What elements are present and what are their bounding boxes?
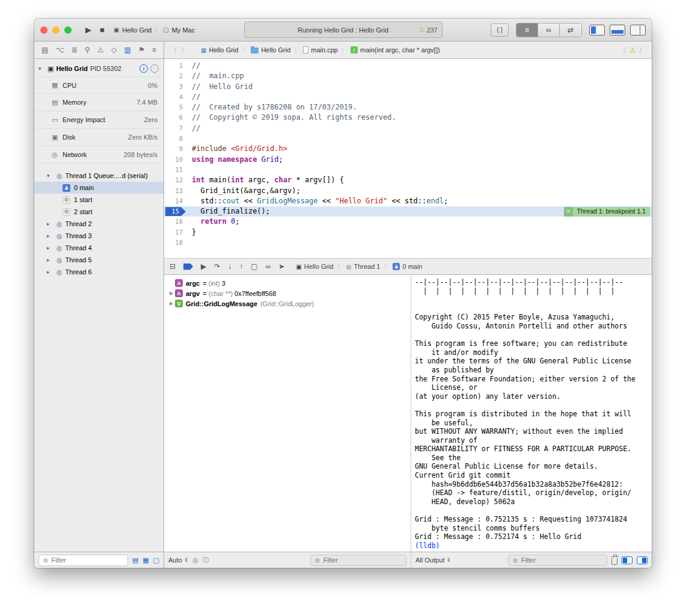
project-navigator-icon[interactable]: ▤ xyxy=(41,46,48,54)
breakpoint-navigator-icon[interactable]: ⚑ xyxy=(138,46,145,54)
pause-process-button[interactable]: ‖ xyxy=(139,64,148,73)
run-button[interactable]: ▶ xyxy=(85,25,91,34)
info-icon[interactable]: ⓘ xyxy=(203,556,209,565)
line-number-gutter[interactable]: 12 xyxy=(164,175,187,185)
disclosure-icon[interactable]: ▸ xyxy=(47,269,54,275)
crumb-group[interactable]: Hello Grid xyxy=(251,46,290,54)
breakpoint-annotation[interactable]: ≡Thread 1: breakpoint 1.1 xyxy=(564,207,650,217)
disclosure-open-icon[interactable]: ▾ xyxy=(38,66,45,72)
previous-issue-button[interactable]: 〈 xyxy=(619,46,626,55)
line-number-gutter[interactable]: 11 xyxy=(164,165,187,175)
view-by-queue-button[interactable]: ▦ xyxy=(142,556,149,564)
continue-icon[interactable]: ▶ xyxy=(201,262,206,271)
close-window-button[interactable] xyxy=(40,26,47,34)
toggle-debug-area-button[interactable] xyxy=(610,25,625,35)
test-navigator-icon[interactable]: ◇ xyxy=(111,46,117,54)
crumb-project[interactable]: ▦Hello Grid xyxy=(201,46,238,54)
gauge-row-disk[interactable]: ▣DiskZero KB/s xyxy=(34,129,164,146)
crumb-app[interactable]: ▣Hello Grid xyxy=(296,263,333,270)
line-number-gutter[interactable]: 1 xyxy=(164,61,187,71)
console-filter-input[interactable] xyxy=(521,556,604,564)
variable-row[interactable]: ▶Aargv =(char **)0x7ffeefbff568 xyxy=(164,288,411,298)
console-output-popup[interactable]: All Output ⇕ xyxy=(415,556,451,564)
hide-debug-area-icon[interactable]: ⊟ xyxy=(170,262,176,271)
disclosure-icon[interactable]: ▸ xyxy=(47,257,54,263)
debug-navigator-icon[interactable]: ▥ xyxy=(124,46,130,54)
navigator-filter-input[interactable] xyxy=(52,556,124,564)
stack-frame-row[interactable]: ⚙2 start xyxy=(34,206,164,218)
gauge-row-cpu[interactable]: ▦CPU0% xyxy=(34,76,164,94)
source-control-navigator-icon[interactable]: ⌥ xyxy=(56,46,64,54)
simulate-location-icon[interactable]: ➤ xyxy=(278,262,284,271)
line-number-gutter[interactable]: 3 xyxy=(164,82,187,92)
step-into-icon[interactable]: ↓ xyxy=(228,262,231,271)
find-navigator-icon[interactable]: ⚲ xyxy=(85,46,90,54)
step-over-icon[interactable]: ↷ xyxy=(214,262,220,271)
thread-row[interactable]: ▾◍Thread 1 Queue:…d (serial) xyxy=(34,170,164,182)
stack-frame-row[interactable]: ♟0 main xyxy=(34,182,164,194)
thread-row[interactable]: ▸◍Thread 2 xyxy=(34,218,164,230)
console-output[interactable]: --|--|--|--|--|--|--|--|--|--|--|--|--|-… xyxy=(411,275,652,552)
show-variables-view-button[interactable] xyxy=(622,556,632,564)
source-editor[interactable]: 1//2// main.cpp3// Hello Grid4//5// Crea… xyxy=(164,59,652,258)
history-back-forward[interactable]: 〈 〉 xyxy=(170,46,189,55)
navigator-filter-field[interactable]: ⊜ xyxy=(38,555,128,566)
clear-console-button[interactable] xyxy=(611,558,617,565)
stop-button[interactable]: ■ xyxy=(100,25,105,34)
disclosure-icon[interactable]: ▸ xyxy=(47,245,54,251)
line-number-gutter[interactable]: 8 xyxy=(164,134,187,144)
view-by-thread-button[interactable]: ▤ xyxy=(132,556,138,564)
step-out-icon[interactable]: ↑ xyxy=(239,262,243,271)
line-number-gutter[interactable]: 5 xyxy=(164,102,187,112)
crumb-file[interactable]: main.cpp xyxy=(303,46,338,54)
breakpoint-marker[interactable]: 15 xyxy=(165,207,186,216)
console-filter-field[interactable]: ⊜ xyxy=(508,555,607,566)
filter-frames-button[interactable]: ▢ xyxy=(153,556,159,564)
back-icon[interactable]: 〈 xyxy=(170,46,178,54)
symbol-navigator-icon[interactable]: ≣ xyxy=(72,46,78,54)
assistant-editor-button[interactable]: ∞ xyxy=(538,23,560,37)
thread-row[interactable]: ▸◍Thread 6 xyxy=(34,266,164,278)
quicklook-icon[interactable]: ◎ xyxy=(192,556,198,564)
line-number-gutter[interactable]: 2 xyxy=(164,71,187,81)
standard-editor-button[interactable]: ≡ xyxy=(516,23,538,37)
version-editor-button[interactable]: ⇄ xyxy=(560,23,581,37)
issue-navigator-icon[interactable]: ⚠ xyxy=(97,46,104,54)
code-snippet-button[interactable]: { } xyxy=(491,23,509,37)
show-console-view-button[interactable] xyxy=(637,556,648,564)
thread-row[interactable]: ▸◍Thread 4 xyxy=(34,242,164,254)
disclosure-icon[interactable]: ▸ xyxy=(47,221,54,227)
variables-filter-input[interactable] xyxy=(323,556,403,564)
report-navigator-icon[interactable]: ≡ xyxy=(152,46,156,54)
gauge-row-energy-impact[interactable]: ▭Energy ImpactZero xyxy=(34,111,164,129)
line-number-gutter[interactable]: 10 xyxy=(164,155,187,165)
issue-count[interactable]: ⚠ 237 xyxy=(419,22,437,37)
gauge-row-network[interactable]: ◎Network208 bytes/s xyxy=(34,146,164,164)
scheme-selector[interactable]: ▣ Hello Grid 〉 ▢ My Mac xyxy=(114,26,195,34)
crumb-symbol[interactable]: ƒmain(int argc, char * argv[]) xyxy=(351,46,440,54)
crumb-frame[interactable]: ♟0 main xyxy=(393,263,422,270)
disclosure-closed-icon[interactable]: ▶ xyxy=(168,301,175,306)
line-number-gutter[interactable]: 18 xyxy=(164,238,187,248)
gauge-row-memory[interactable]: ▤Memory7.4 MB xyxy=(34,94,164,111)
process-row[interactable]: ▾ ▣ Hello Grid PID 55302 ‖ ⋯ xyxy=(34,61,164,76)
variables-filter-field[interactable]: ⊜ xyxy=(310,555,406,566)
variable-row[interactable]: ▶VGrid::GridLogMessage(Grid::GridLogger) xyxy=(164,298,411,309)
disclosure-icon[interactable]: ▸ xyxy=(47,233,54,239)
line-number-gutter[interactable]: 7 xyxy=(164,123,187,134)
thread-row[interactable]: ▸◍Thread 5 xyxy=(34,254,164,266)
line-number-gutter[interactable]: 9 xyxy=(164,144,187,154)
line-number-gutter[interactable]: 15 xyxy=(164,206,187,217)
variable-scope-popup[interactable]: Auto ⇕ xyxy=(168,556,188,564)
line-number-gutter[interactable]: 17 xyxy=(164,227,187,238)
next-issue-button[interactable]: 〉 xyxy=(639,46,646,55)
zoom-window-button[interactable] xyxy=(64,26,72,34)
crumb-thread[interactable]: ◍Thread 1 xyxy=(346,263,381,270)
thread-row[interactable]: ▸◍Thread 3 xyxy=(34,230,164,242)
line-number-gutter[interactable]: 16 xyxy=(164,217,187,227)
activate-breakpoints-icon[interactable] xyxy=(183,263,193,270)
stack-frame-row[interactable]: ⚙1 start xyxy=(34,194,164,206)
process-options-button[interactable]: ⋯ xyxy=(150,64,159,73)
variable-row[interactable]: Aargc =(int)3 xyxy=(164,278,411,288)
view-hierarchy-icon[interactable]: ▢ xyxy=(251,262,257,271)
